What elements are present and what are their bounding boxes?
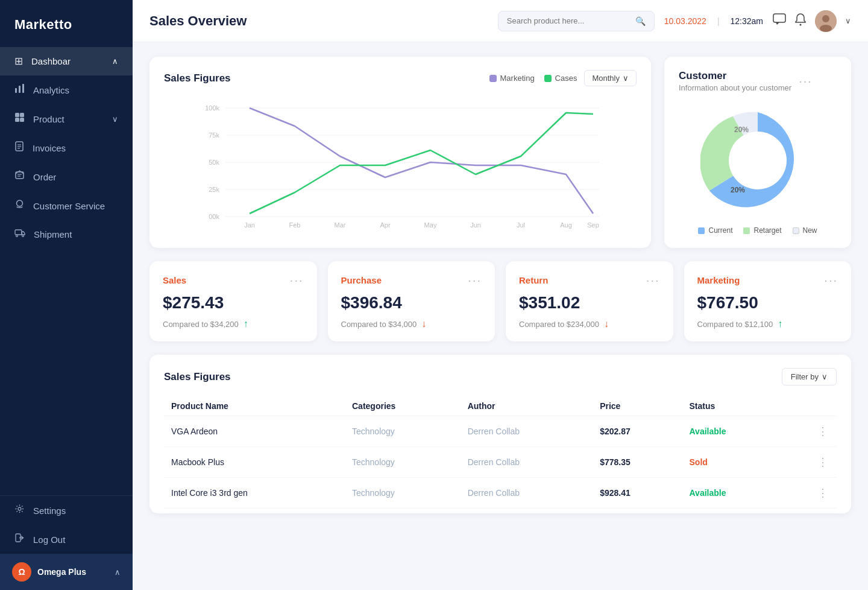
legend-new: New xyxy=(793,226,817,235)
stat-more-purchase[interactable]: ··· xyxy=(468,273,482,287)
topbar-time: 12:32am xyxy=(731,16,763,26)
topbar-divider: | xyxy=(717,16,720,26)
monthly-dropdown[interactable]: Monthly ∨ xyxy=(584,70,637,86)
search-bar[interactable]: 🔍 xyxy=(498,11,655,31)
stats-row: Sales ··· $275.43 Compared to $34,200 ↑ … xyxy=(149,261,851,341)
stat-label-return: Return xyxy=(519,275,646,285)
user-menu-chevron-icon[interactable]: ∨ xyxy=(845,16,851,25)
svg-rect-2 xyxy=(22,84,24,93)
sidebar-item-label: Invoices xyxy=(33,143,66,153)
sidebar-item-label: Settings xyxy=(33,506,66,516)
svg-text:Jul: Jul xyxy=(517,221,525,229)
svg-rect-4 xyxy=(20,113,24,117)
author-2: Derren Collab xyxy=(461,478,593,509)
stat-card-purchase: Purchase ··· $396.84 Compared to $34,000… xyxy=(328,261,495,341)
svg-point-17 xyxy=(22,235,24,237)
stat-top-purchase: Purchase ··· xyxy=(341,273,482,287)
svg-text:Aug: Aug xyxy=(560,221,572,229)
product-name-2: Intel Core i3 3rd gen xyxy=(164,478,345,509)
sidebar-item-logout[interactable]: Log Out xyxy=(0,525,133,554)
profile-avatar: Ω xyxy=(12,562,31,582)
dashboard-icon: ⊞ xyxy=(14,55,23,68)
customer-subtitle: Information about your customer xyxy=(679,83,791,92)
sidebar-item-label: Analytics xyxy=(33,85,69,95)
svg-point-14 xyxy=(17,200,23,206)
table-row: Macbook Plus Technology Derren Collab $7… xyxy=(164,447,837,478)
sidebar-item-settings[interactable]: Settings xyxy=(0,496,133,525)
col-author: Author xyxy=(461,396,593,416)
svg-text:Apr: Apr xyxy=(380,221,390,229)
stat-top-return: Return ··· xyxy=(519,273,660,287)
row-menu-0[interactable]: ⋮ xyxy=(784,416,837,447)
svg-rect-1 xyxy=(19,86,20,93)
donut-legend: Current Retarget New xyxy=(679,226,837,235)
row-menu-2[interactable]: ⋮ xyxy=(784,478,837,509)
table-card: Sales Figures Filter by ∨ Product Name C… xyxy=(149,355,851,513)
legend-label-marketing: Marketing xyxy=(500,74,535,83)
legend-dot-cases xyxy=(544,75,552,82)
col-actions xyxy=(784,396,837,416)
sidebar-item-order[interactable]: Order xyxy=(0,162,133,191)
svg-text:70%: 70% xyxy=(771,153,787,162)
sidebar-profile[interactable]: Ω Omega Plus ∧ xyxy=(0,554,133,590)
message-icon[interactable] xyxy=(773,13,786,28)
row-menu-1[interactable]: ⋮ xyxy=(784,447,837,478)
customer-card: Customer Information about your customer… xyxy=(664,57,851,248)
top-row: Sales Figures Marketing Cases Monthly xyxy=(149,57,851,248)
sidebar-item-dashboard[interactable]: ⊞ Dashboar ∧ xyxy=(0,47,133,75)
trend-up-icon-marketing: ↑ xyxy=(778,319,782,329)
settings-icon xyxy=(14,504,25,517)
legend-label-cases: Cases xyxy=(555,74,577,83)
content-area: Sales Figures Marketing Cases Monthly xyxy=(133,42,868,528)
sidebar: Marketto ⊞ Dashboar ∧ Analytics Product … xyxy=(0,0,133,590)
sidebar-item-shipment[interactable]: Shipment xyxy=(0,220,133,248)
col-price: Price xyxy=(593,396,682,416)
svg-text:Sep: Sep xyxy=(587,221,599,229)
stat-compare-purchase: Compared to $34,000 ↓ xyxy=(341,319,482,329)
stat-compare-return: Compared to $234,000 ↓ xyxy=(519,319,660,329)
stat-compare-text-purchase: Compared to $34,000 xyxy=(341,320,417,329)
chevron-down-icon: ∨ xyxy=(112,115,118,124)
stat-compare-sales: Compared to $34,200 ↑ xyxy=(163,319,304,329)
chevron-up-icon: ∧ xyxy=(112,57,118,66)
status-0: Available xyxy=(690,427,726,436)
table-title: Sales Figures xyxy=(164,371,473,383)
stat-top-sales: Sales ··· xyxy=(163,273,304,287)
legend-sq-new xyxy=(793,227,799,234)
sidebar-item-product[interactable]: Product ∨ xyxy=(0,104,133,133)
status-1: Sold xyxy=(690,457,708,467)
stat-top-marketing: Marketing ··· xyxy=(697,273,838,287)
svg-text:75k: 75k xyxy=(209,132,219,139)
stat-more-sales[interactable]: ··· xyxy=(290,273,304,287)
stat-compare-text-sales: Compared to $34,200 xyxy=(163,320,239,329)
sidebar-nav: ⊞ Dashboar ∧ Analytics Product ∨ Invoice… xyxy=(0,47,133,495)
legend-label-retarget: Retarget xyxy=(753,226,781,235)
notification-icon[interactable] xyxy=(794,13,807,29)
search-input[interactable] xyxy=(507,16,631,25)
stat-value-sales: $275.43 xyxy=(163,293,304,312)
customer-service-icon xyxy=(14,199,25,212)
app-logo: Marketto xyxy=(0,0,133,47)
sidebar-item-analytics[interactable]: Analytics xyxy=(0,75,133,104)
line-chart: 100k 75k 50k 25k 00k Jan Feb Mar Apr May… xyxy=(164,96,637,229)
stat-more-marketing[interactable]: ··· xyxy=(824,273,838,287)
stat-card-return: Return ··· $351.02 Compared to $234,000 … xyxy=(506,261,673,341)
svg-rect-6 xyxy=(20,118,24,122)
table-header: Sales Figures Filter by ∨ xyxy=(164,368,837,385)
col-product-name: Product Name xyxy=(164,396,345,416)
user-avatar xyxy=(815,10,837,32)
svg-point-24 xyxy=(822,15,829,22)
svg-text:May: May xyxy=(424,221,437,229)
sidebar-item-label: Shipment xyxy=(34,229,72,239)
sidebar-item-invoices[interactable]: Invoices xyxy=(0,133,133,162)
stat-more-return[interactable]: ··· xyxy=(646,273,660,287)
filter-label: Filter by xyxy=(791,372,819,381)
category-0: Technology xyxy=(345,416,461,447)
filter-button[interactable]: Filter by ∨ xyxy=(782,368,837,385)
customer-more-button[interactable]: ··· xyxy=(799,74,813,88)
product-name-0: VGA Ardeon xyxy=(164,416,345,447)
price-0: $202.87 xyxy=(593,416,682,447)
trend-down-icon-purchase: ↓ xyxy=(421,319,426,329)
sidebar-item-customer-service[interactable]: Customer Service xyxy=(0,191,133,220)
stat-label-marketing: Marketing xyxy=(697,275,825,285)
